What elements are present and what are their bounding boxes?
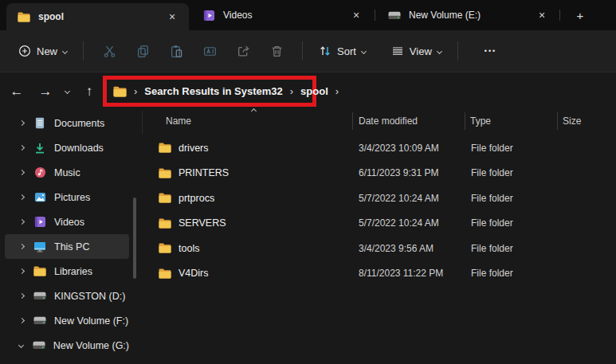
folder-icon: [158, 193, 172, 203]
tab-spool[interactable]: spool ×: [6, 3, 189, 30]
forward-button[interactable]: →: [33, 72, 57, 110]
chevron-down-icon: [64, 88, 69, 94]
tab-separator: [559, 10, 560, 21]
folder-icon: [158, 218, 172, 229]
close-tab-icon[interactable]: ×: [533, 6, 551, 24]
sidebar-item-libraries[interactable]: Libraries: [5, 259, 129, 284]
command-bar: New Sort: [0, 30, 616, 72]
drive-icon: [387, 11, 402, 20]
file-row-printers[interactable]: PRINTERS 6/11/2023 9:31 PM File folder: [151, 161, 616, 186]
up-button[interactable]: ↑: [77, 72, 101, 110]
sidebar-item-videos[interactable]: Videos: [5, 209, 129, 234]
column-resize-handle[interactable]: [465, 112, 465, 130]
file-type: File folder: [465, 243, 558, 254]
folder-icon: [158, 168, 172, 178]
chevron-down-icon: [437, 48, 442, 53]
sidebar-item-kingston-d[interactable]: KINGSTON (D:): [5, 284, 129, 308]
highlight-box: › Search Results in System32 › spool ›: [103, 76, 316, 107]
column-headers: Name Date modified Type Size: [151, 109, 616, 132]
folder-icon: [158, 243, 172, 253]
pane-divider: [142, 111, 143, 135]
toolbar-separator: [302, 41, 303, 61]
sidebar-item-label: Music: [54, 167, 80, 178]
breadcrumb-segment-search-results[interactable]: Search Results in System32: [144, 85, 282, 97]
file-row-tools[interactable]: tools 3/4/2023 9:56 AM File folder: [151, 236, 616, 261]
new-button-label: New: [37, 45, 57, 57]
breadcrumb-segment-spool[interactable]: spool: [300, 85, 328, 97]
sidebar-item-label: Documents: [54, 118, 104, 129]
documents-icon: [33, 117, 47, 129]
close-tab-icon[interactable]: ×: [347, 6, 365, 24]
file-row-prtprocs[interactable]: prtprocs 5/7/2022 10:24 AM File folder: [151, 186, 616, 211]
sidebar-item-documents[interactable]: Documents: [5, 111, 129, 135]
back-button[interactable]: ←: [5, 72, 29, 110]
chevron-right-icon: [18, 318, 24, 323]
navigation-pane: Documents Downloads Music Pictures: [0, 109, 142, 364]
tab-videos[interactable]: Videos ×: [191, 0, 373, 30]
sort-ascending-indicator: [251, 108, 257, 114]
file-row-v4dirs[interactable]: V4Dirs 8/11/2023 11:22 PM File folder: [151, 261, 616, 287]
file-date-modified: 3/4/2023 9:56 AM: [353, 243, 465, 254]
column-header-type[interactable]: Type: [465, 115, 558, 127]
new-button[interactable]: New: [11, 39, 74, 63]
copy-icon: [136, 45, 150, 58]
chevron-right-icon: [18, 120, 24, 126]
file-name: SERVERS: [179, 217, 226, 229]
column-header-name[interactable]: Name: [151, 115, 353, 127]
sidebar-item-music[interactable]: Music: [5, 160, 129, 185]
breadcrumb-separator: ›: [289, 85, 294, 97]
folder-icon: [158, 143, 172, 153]
sidebar-item-label: Libraries: [54, 266, 92, 277]
close-tab-icon[interactable]: ×: [163, 8, 181, 25]
sort-arrows-icon: [319, 45, 332, 57]
tab-new-volume-e[interactable]: New Volume (E:) ×: [377, 0, 559, 30]
copy-button[interactable]: [126, 37, 159, 65]
file-explorer-window: spool × Videos × New Volume (E:) × +: [0, 0, 616, 364]
sidebar-item-label: Pictures: [54, 192, 90, 203]
cut-button[interactable]: [92, 37, 126, 65]
recent-locations-button[interactable]: [58, 72, 76, 110]
file-row-servers[interactable]: SERVERS 5/7/2022 10:24 AM File folder: [151, 211, 616, 237]
folder-icon: [113, 86, 127, 97]
file-list-pane: Name Date modified Type Size drivers 3/4…: [151, 109, 616, 364]
tab-label: spool: [38, 11, 156, 22]
sidebar-item-this-pc[interactable]: This PC: [5, 234, 129, 259]
file-date-modified: 6/11/2023 9:31 PM: [353, 167, 465, 178]
chevron-down-icon: [18, 342, 24, 348]
rename-button[interactable]: [193, 37, 226, 65]
new-tab-button[interactable]: +: [569, 6, 591, 25]
chevron-down-icon: [361, 48, 367, 53]
column-header-size[interactable]: Size: [558, 115, 616, 127]
column-header-date-modified[interactable]: Date modified: [353, 115, 465, 127]
view-button-label: View: [410, 45, 432, 57]
sidebar-item-label: New Volume (F:): [54, 315, 128, 327]
view-list-icon: [391, 45, 404, 57]
sort-button-label: Sort: [337, 45, 356, 57]
sidebar-item-label: New Volume (G:): [53, 340, 129, 351]
tab-separator: [375, 10, 375, 21]
sidebar-item-new-volume-f[interactable]: New Volume (F:): [5, 308, 129, 333]
plus-circle-icon: [18, 45, 31, 57]
sidebar-item-downloads[interactable]: Downloads: [5, 135, 129, 160]
column-resize-handle[interactable]: [557, 112, 558, 130]
column-resize-handle[interactable]: [352, 112, 353, 130]
see-more-button[interactable]: •••: [475, 41, 506, 61]
share-icon: [237, 45, 250, 58]
libraries-icon: [33, 266, 47, 276]
sidebar-scrollbar[interactable]: [133, 198, 136, 279]
file-name: PRINTERS: [179, 167, 229, 178]
file-date-modified: 3/4/2023 10:09 AM: [353, 143, 465, 154]
share-button[interactable]: [226, 37, 260, 65]
sidebar-item-new-volume-g[interactable]: New Volume (G:): [5, 333, 129, 358]
delete-button[interactable]: [260, 37, 293, 65]
file-row-drivers[interactable]: drivers 3/4/2023 10:09 AM File folder: [151, 135, 616, 161]
paste-button[interactable]: [159, 37, 193, 65]
view-button[interactable]: View: [384, 39, 449, 63]
sort-button[interactable]: Sort: [312, 39, 373, 63]
file-name: V4Dirs: [179, 268, 209, 279]
file-name: drivers: [179, 143, 209, 154]
sidebar-item-pictures[interactable]: Pictures: [5, 185, 129, 209]
chevron-right-icon: [18, 293, 24, 299]
navigation-bar: ← → ↑ › Search Results in System32 › spo…: [0, 72, 616, 109]
toolbar-separator: [83, 41, 84, 61]
